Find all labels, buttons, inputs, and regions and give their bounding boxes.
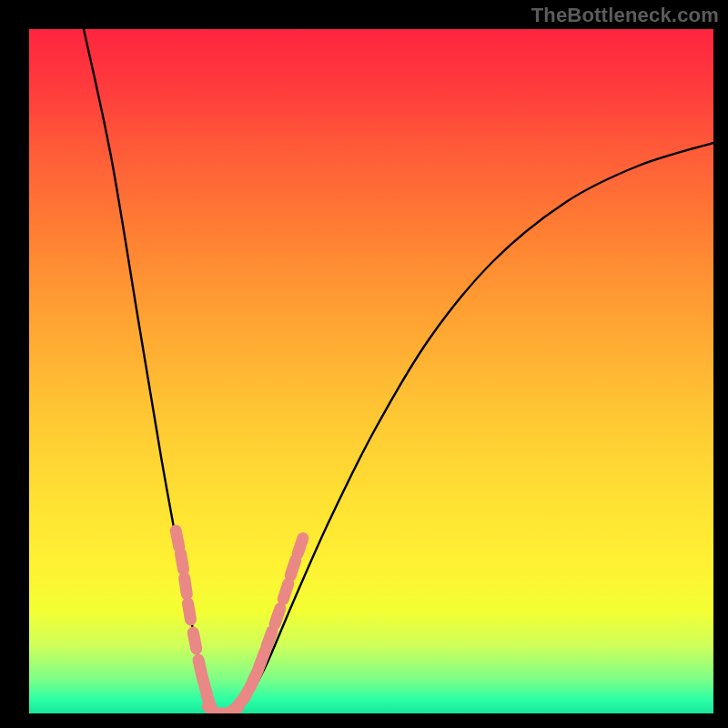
bead	[193, 632, 196, 649]
bottleneck-curve	[84, 29, 713, 713]
chart-frame: TheBottleneck.com	[0, 0, 728, 728]
watermark-text: TheBottleneck.com	[531, 4, 719, 27]
plot-area	[29, 29, 713, 713]
bead	[188, 603, 191, 620]
bead	[290, 560, 295, 575]
bead	[176, 531, 179, 547]
bead	[298, 538, 303, 553]
bead	[283, 583, 288, 599]
bead	[185, 578, 187, 594]
curve-layer	[29, 29, 713, 713]
bead	[275, 608, 280, 623]
bead	[259, 652, 265, 667]
bead	[180, 553, 183, 570]
bead	[267, 632, 272, 647]
